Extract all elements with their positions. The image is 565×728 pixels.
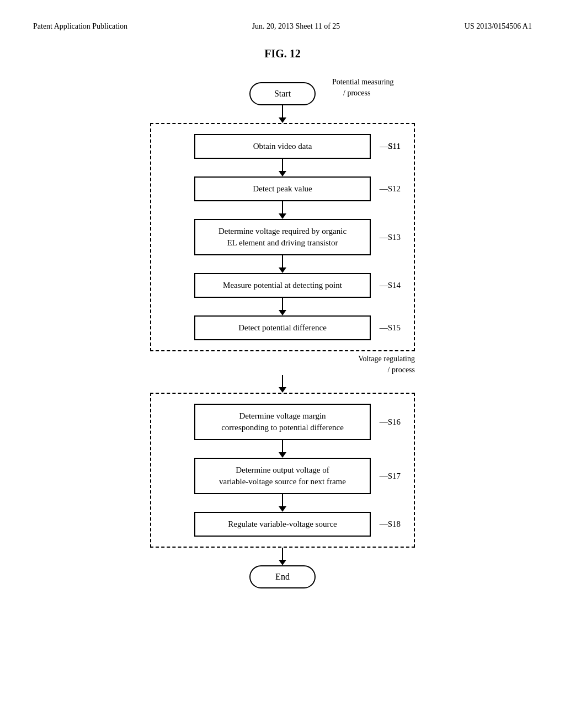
arrow-group2-end: [279, 548, 286, 565]
page-header: Patent Application Publication Jun. 20, …: [33, 22, 532, 31]
label-s12: —S12: [380, 184, 401, 194]
step-s15-row: Detect potential difference —S15: [164, 315, 401, 340]
step-s14-row: Measure potential at detecting point —S1…: [164, 273, 401, 298]
label-s11: —S11: [380, 142, 401, 151]
step-s18-row: Regulate variable-voltage source —S18: [164, 512, 401, 537]
arrow-s13-s14: [279, 255, 286, 273]
label-s15: —S15: [380, 323, 401, 333]
step-s12-row: Detect peak value —S12: [164, 176, 401, 201]
page: Patent Application Publication Jun. 20, …: [0, 0, 565, 728]
step-s11-box: Obtain video data: [194, 134, 371, 159]
header-center: Jun. 20, 2013 Sheet 11 of 25: [252, 22, 340, 31]
step-s16-box: Determine voltage margincorresponding to…: [194, 404, 371, 440]
arrow-s11-s12: [279, 159, 286, 176]
step-s18-box: Regulate variable-voltage source: [194, 512, 371, 537]
arrow-start-to-group1: [279, 105, 286, 123]
arrow-group1-group2: [279, 375, 286, 393]
group-potential-measuring: Obtain video data S11 —S11 Detect peak v…: [150, 123, 415, 351]
figure-title: FIG. 12: [33, 47, 532, 60]
step-s13-box: Determine voltage required by organicEL …: [194, 219, 371, 255]
group2-outer-label: Voltage regulating / process: [150, 354, 415, 375]
arrow-s16-s17: [279, 440, 286, 458]
step-s15-box: Detect potential difference: [194, 315, 371, 340]
group-voltage-regulating: Determine voltage margincorresponding to…: [150, 393, 415, 548]
label-s17: —S17: [380, 472, 401, 481]
label-s13: —S13: [380, 233, 401, 242]
group1-label: Potential measuring / process: [332, 77, 394, 98]
header-left: Patent Application Publication: [33, 22, 127, 31]
step-s13-row: Determine voltage required by organicEL …: [164, 219, 401, 255]
step-s12-box: Detect peak value: [194, 176, 371, 201]
arrow-s17-s18: [279, 494, 286, 512]
step-s16-row: Determine voltage margincorresponding to…: [164, 404, 401, 440]
label-s18: —S18: [380, 520, 401, 529]
label-s16: —S16: [380, 417, 401, 427]
step-s11-row: Obtain video data S11 —S11: [164, 134, 401, 159]
end-oval: End: [249, 565, 316, 588]
arrow-s12-s13: [279, 201, 286, 219]
step-s17-row: Determine output voltage ofvariable-volt…: [164, 458, 401, 494]
arrow-s14-s15: [279, 298, 286, 315]
step-s17-box: Determine output voltage ofvariable-volt…: [194, 458, 371, 494]
header-right: US 2013/0154506 A1: [465, 22, 532, 31]
step-s14-box: Measure potential at detecting point: [194, 273, 371, 298]
start-oval: Start: [249, 82, 316, 105]
label-s14: —S14: [380, 281, 401, 290]
